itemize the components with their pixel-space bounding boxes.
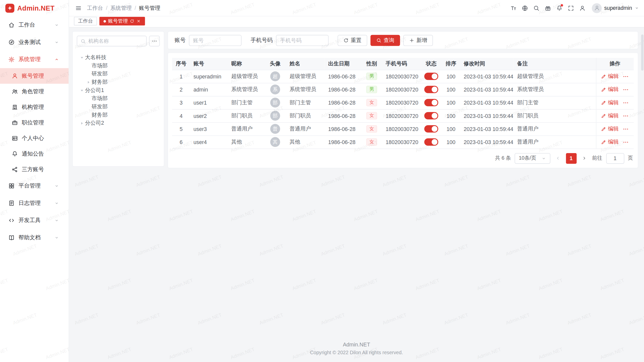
tree-caret-icon[interactable] — [78, 120, 85, 126]
search-button[interactable]: 查询 — [371, 35, 400, 46]
person-button[interactable] — [577, 3, 588, 13]
goto-page-input[interactable] — [606, 153, 624, 163]
sidebar-subitem-2-1[interactable]: 角色管理 — [0, 84, 69, 99]
sidebar-item-4[interactable]: 日志管理 — [0, 195, 69, 212]
cell-account: superadmin — [193, 73, 221, 79]
sidebar-item-6[interactable]: 帮助文档 — [0, 229, 69, 246]
edit-button[interactable]: 编辑 — [601, 112, 619, 119]
status-switch[interactable] — [424, 112, 438, 119]
sidebar-item-label: 平台管理 — [18, 182, 54, 190]
org-more-button[interactable] — [149, 36, 160, 46]
filter-bar: 账号 手机号码 重置 — [168, 31, 638, 49]
cell-nickname: 其他 — [231, 139, 242, 145]
row-avatar: 部 — [270, 111, 280, 121]
row-more-button[interactable] — [623, 126, 629, 132]
breadcrumb-item-2[interactable]: 账号管理 — [139, 4, 160, 12]
tree-caret-icon[interactable] — [85, 79, 92, 85]
breadcrumb-item-0[interactable]: 工作台 — [87, 4, 103, 12]
bell-button[interactable] — [554, 3, 565, 13]
tree-node-7[interactable]: 财务部 — [77, 111, 160, 119]
search-label: 查询 — [384, 36, 394, 44]
row-more-button[interactable] — [623, 86, 629, 93]
next-page-button[interactable] — [580, 153, 588, 163]
gift-button[interactable] — [543, 3, 553, 13]
sidebar-item-3[interactable]: 平台管理 — [0, 177, 69, 195]
cell-seq: 1 — [180, 73, 183, 79]
page-size-select[interactable]: 10条/页 — [515, 153, 550, 163]
breadcrumb-item-1[interactable]: 系统管理 — [110, 4, 132, 12]
fullscreen-button[interactable] — [566, 3, 576, 13]
org-search-input[interactable] — [88, 38, 143, 44]
chevron-down-icon — [54, 23, 59, 28]
col-header-phone: 手机号码 — [382, 58, 421, 70]
sidebar-subitem-2-3[interactable]: 职位管理 — [0, 115, 69, 130]
globe-button[interactable] — [519, 3, 530, 13]
tree-node-3[interactable]: 财务部 — [77, 78, 160, 86]
tree-node-5[interactable]: 市场部 — [77, 95, 160, 103]
cell-account: user4 — [193, 139, 207, 145]
reset-button[interactable]: 重置 — [338, 35, 367, 46]
chevron-down-icon — [634, 6, 639, 10]
app-logo[interactable]: Admin.NET — [0, 0, 69, 16]
sidebar-item-0[interactable]: 工作台 — [0, 16, 69, 34]
sidebar-subitem-2-2[interactable]: 机构管理 — [0, 99, 69, 115]
status-switch[interactable] — [424, 99, 438, 106]
col-header-avatar: 头像 — [264, 58, 286, 70]
tab-0[interactable]: 工作台 — [74, 17, 97, 25]
row-more-button[interactable] — [623, 100, 629, 106]
cell-birthdate: 1986-06-28 — [328, 100, 355, 106]
edit-button[interactable]: 编辑 — [601, 99, 619, 106]
row-more-button[interactable] — [623, 139, 629, 145]
font-size-button[interactable] — [508, 3, 519, 13]
tree-node-2[interactable]: 研发部 — [77, 70, 160, 78]
account-input[interactable] — [189, 35, 242, 46]
edit-button[interactable]: 编辑 — [601, 86, 619, 93]
tab-refresh-icon[interactable] — [130, 19, 134, 23]
topbar-actions: superadmin — [508, 3, 639, 13]
tree-node-6[interactable]: 研发部 — [77, 103, 160, 111]
edit-button[interactable]: 编辑 — [601, 73, 619, 80]
org-search — [77, 36, 147, 46]
gender-badge: 女 — [367, 138, 377, 146]
user-menu[interactable]: superadmin — [592, 3, 639, 13]
tab-close-icon[interactable] — [136, 19, 141, 23]
status-switch[interactable] — [424, 125, 438, 132]
sidebar-subitem-2-0[interactable]: 账号管理 — [0, 68, 69, 84]
status-switch[interactable] — [424, 138, 438, 146]
tree-caret-icon[interactable] — [78, 54, 85, 61]
row-more-button[interactable] — [623, 73, 629, 79]
search-button[interactable] — [531, 3, 542, 13]
tree-node-label: 研发部 — [92, 103, 108, 110]
tree-node-4[interactable]: 分公司1 — [77, 86, 160, 95]
menu-collapse-button[interactable] — [73, 3, 84, 13]
cell-phone: 18020030720 — [386, 73, 418, 79]
sidebar-item-2[interactable]: 系统管理 — [0, 51, 69, 68]
status-switch[interactable] — [424, 86, 438, 93]
status-switch[interactable] — [424, 73, 438, 80]
edit-label: 编辑 — [608, 125, 619, 132]
page-number-button[interactable]: 1 — [566, 153, 576, 163]
sidebar-item-1[interactable]: 业务测试 — [0, 34, 69, 51]
col-header-seq: 序号 — [172, 58, 190, 70]
sidebar-subitem-2-4[interactable]: 个人中心 — [0, 130, 69, 146]
tab-1[interactable]: 账号管理 — [99, 17, 145, 25]
reset-label: 重置 — [351, 36, 361, 44]
cell-account: user2 — [193, 113, 207, 119]
cell-sort: 100 — [447, 113, 455, 119]
edit-button[interactable]: 编辑 — [601, 138, 619, 146]
sidebar-item-5[interactable]: 开发工具 — [0, 212, 69, 229]
tree-node-0[interactable]: 大名科技 — [77, 53, 160, 62]
edit-button[interactable]: 编辑 — [601, 125, 619, 132]
row-more-button[interactable] — [623, 113, 629, 119]
sidebar-subitem-2-5[interactable]: 通知公告 — [0, 146, 69, 162]
tree-caret-icon[interactable] — [78, 87, 85, 94]
prev-page-button[interactable] — [554, 153, 562, 163]
phone-input[interactable] — [276, 35, 329, 46]
pagination-total: 共 6 条 — [495, 155, 511, 162]
sidebar-subitem-2-6[interactable]: 三方账号 — [0, 162, 69, 177]
col-header-remark: 备注 — [514, 58, 596, 70]
scrollbar-thumb[interactable] — [641, 34, 644, 71]
tree-node-8[interactable]: 分公司2 — [77, 119, 160, 127]
add-button[interactable]: 新增 — [403, 35, 433, 46]
tree-node-1[interactable]: 市场部 — [77, 62, 160, 70]
